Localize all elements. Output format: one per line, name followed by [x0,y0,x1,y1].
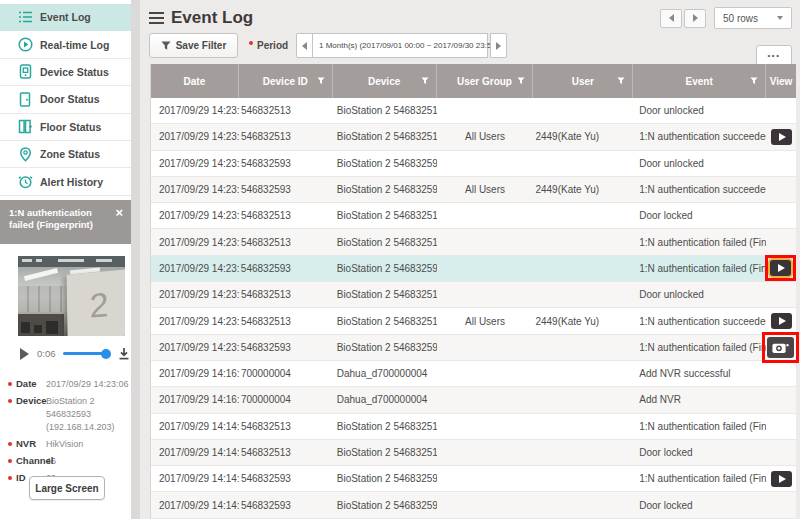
cell-date: 2017/09/29 14:23:09 [151,177,239,202]
cell-view [766,151,796,176]
filter-icon[interactable] [617,77,625,85]
cell-event: Add NVR [633,387,766,412]
table-row[interactable]: 2017/09/29 14:23:08546832513BioStation 2… [151,229,796,255]
cell-device-id: 546832593 [239,492,333,517]
table-row[interactable]: 2017/09/29 14:16:30700000004Dahua_d70000… [151,361,796,387]
next-page-button[interactable] [684,9,706,28]
sidebar-item-device-status[interactable]: Device Status [0,59,131,86]
sidebar-item-floor-status[interactable]: Floor Status [0,114,131,141]
filter-icon[interactable] [421,77,429,85]
column-header-user[interactable]: User [533,64,633,98]
cell-view [766,361,796,386]
cell-view [766,466,796,491]
seek-slider[interactable] [63,352,109,355]
sidebar: Event Log Real-time Log Device Status Do… [0,0,131,519]
table-row[interactable]: 2017/09/29 14:23:12546832513BioStation 2… [151,98,796,124]
cell-user-group [437,361,534,386]
period-label: Period [257,40,288,51]
play-video-button[interactable] [771,129,792,145]
play-icon [778,264,785,272]
cell-view [766,335,796,360]
column-header-user-group[interactable]: User Group [437,64,534,98]
sidebar-item-label: Door Status [40,93,100,105]
column-header-date[interactable]: Date [151,64,239,98]
filter-icon[interactable] [750,77,758,85]
detail-device: Device BioStation 2 546832593 (192.168.1… [8,395,131,434]
view-button-wrap [771,471,792,487]
cell-date: 2017/09/29 14:14:42 [151,466,239,491]
sidebar-item-door-status[interactable]: Door Status [0,86,131,113]
cell-date: 2017/09/29 14:23:08 [151,229,239,254]
playback-time: 0:06 [37,348,56,359]
download-icon[interactable] [118,347,130,360]
prev-page-button[interactable] [660,9,682,28]
save-filter-button[interactable]: Save Filter [149,33,238,58]
cell-user [533,387,633,412]
table-row[interactable]: 2017/09/29 14:23:12546832513BioStation 2… [151,124,796,150]
cell-user [533,440,633,465]
sidebar-item-alert-history[interactable]: Alert History [0,168,131,195]
table-row[interactable]: 2017/09/29 14:23:05546832513BioStation 2… [151,282,796,308]
cell-date: 2017/09/29 14:23:12 [151,124,239,149]
cell-device-id: 546832513 [239,440,333,465]
filter-icon[interactable] [517,77,525,85]
bullet-icon [8,459,12,463]
cell-event: Door locked [633,203,766,228]
close-icon[interactable]: × [115,205,123,221]
period-next-button[interactable] [490,33,507,58]
save-filter-label: Save Filter [176,40,227,51]
play-video-button[interactable] [770,260,791,276]
table-row[interactable]: 2017/09/29 14:23:02546832593BioStation 2… [151,335,796,361]
table-row[interactable]: 2017/09/29 14:23:09546832593BioStation 2… [151,151,796,177]
table-row[interactable]: 2017/09/29 14:23:08546832513BioStation 2… [151,203,796,229]
column-header-device[interactable]: Device [333,64,437,98]
cell-device-id: 546832513 [239,124,333,149]
table-row[interactable]: 2017/09/29 14:23:05546832513BioStation 2… [151,308,796,334]
sidebar-item-event-log[interactable]: Event Log [0,4,131,31]
table-row[interactable]: 2017/09/29 14:14:45546832513BioStation 2… [151,440,796,466]
event-table: Date Device ID Device User Group User Ev… [150,64,796,519]
sidebar-item-label: Event Log [40,11,91,23]
filter-icon[interactable] [317,77,325,85]
table-row[interactable]: 2017/09/29 14:23:09546832593BioStation 2… [151,177,796,203]
play-icon [779,475,786,483]
alert-notification[interactable]: 1:N authentication failed (Fingerprint) … [0,200,131,244]
cell-user [533,335,633,360]
chevron-left-icon [669,14,674,22]
cell-device-id: 546832593 [239,151,333,176]
video-thumbnail[interactable]: 2 [18,256,125,336]
snapshot-button[interactable] [767,337,794,358]
play-icon[interactable] [20,348,29,360]
seek-slider-knob[interactable] [101,349,111,359]
rows-per-page-select[interactable]: 50 rows [714,7,792,29]
cell-user-group [437,387,534,412]
page-title: Event Log [171,8,253,28]
cell-date: 2017/09/29 14:14:45 [151,440,239,465]
column-header-device-id[interactable]: Device ID [239,64,333,98]
table-row[interactable]: 2017/09/29 14:14:42546832593BioStation 2… [151,466,796,492]
table-row[interactable]: 2017/09/29 14:14:46546832513BioStation 2… [151,414,796,440]
cell-user-group [437,492,534,517]
cell-user [533,151,633,176]
view-button-wrap [771,129,792,145]
table-row[interactable]: 2017/09/29 14:23:06546832593BioStation 2… [151,256,796,282]
cell-device-id: 546832593 [239,256,333,281]
cell-view [766,256,796,281]
period-prev-button[interactable] [296,33,313,58]
sidebar-item-realtime-log[interactable]: Real-time Log [0,31,131,58]
column-header-event[interactable]: Event [633,64,766,98]
chevron-right-icon [496,42,501,50]
cell-user [533,282,633,307]
more-options-button[interactable]: ••• [756,45,792,66]
period-select[interactable]: 1 Month(s) (2017/09/01 00:00 ~ 2017/09/3… [312,33,488,58]
table-row[interactable]: 2017/09/29 14:16:29700000004Dahua_d70000… [151,387,796,413]
play-video-button[interactable] [771,313,792,329]
table-row[interactable]: 2017/09/29 14:14:42546832593BioStation 2… [151,492,796,518]
detail-label: Date [16,378,37,389]
floor-status-icon [17,119,33,135]
play-video-button[interactable] [771,471,792,487]
large-screen-button[interactable]: Large Screen [29,476,105,500]
cell-event: Door unlocked [633,151,766,176]
cell-view [766,203,796,228]
sidebar-item-zone-status[interactable]: Zone Status [0,141,131,168]
